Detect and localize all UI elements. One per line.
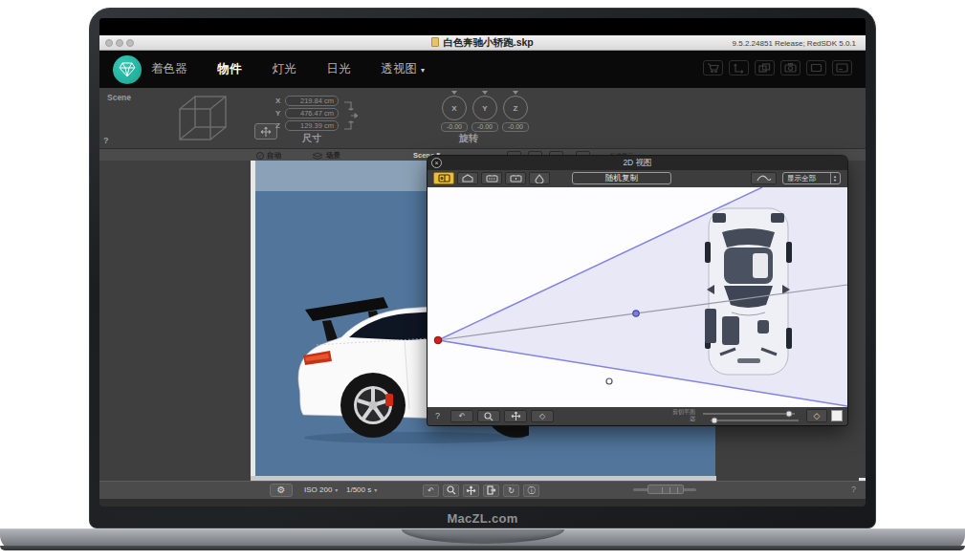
- focal-point-handle[interactable]: [633, 311, 639, 316]
- frame-icon[interactable]: [806, 60, 826, 75]
- tab-shaders[interactable]: 着色器: [151, 61, 187, 77]
- pan-icon: [511, 411, 521, 421]
- rotation-y-dial[interactable]: Y: [472, 96, 497, 120]
- pan-button[interactable]: [463, 485, 479, 497]
- axis-x-label: X: [275, 97, 285, 105]
- elevation-view-icon[interactable]: [457, 172, 478, 184]
- bounding-box-cube-icon: [172, 92, 235, 145]
- camera-point-handle[interactable]: [434, 336, 442, 344]
- rotation-y-value[interactable]: -0.00: [472, 122, 498, 132]
- slider-knob[interactable]: [712, 418, 717, 423]
- document-title: 白色奔驰小轿跑.skp: [443, 36, 534, 48]
- size-y-row: Y 476.47 cm: [275, 108, 339, 118]
- refresh-button[interactable]: ↻: [503, 485, 519, 497]
- display-filter-dropdown[interactable]: 显示全部 ▲ ▼: [782, 172, 841, 184]
- caret-down-icon: ▾: [421, 66, 425, 75]
- laptop-base-edge: [0, 546, 965, 550]
- 2d-window-bottombar: ? ↶ ◇ 剪切平面 远 ◇: [428, 407, 847, 425]
- undo-icon: ↶: [459, 412, 466, 420]
- undo-view-button[interactable]: ↶: [450, 410, 473, 422]
- tab-perspectives-label: 透视图: [382, 62, 418, 75]
- iso-dropdown[interactable]: ISO 200▾: [304, 485, 338, 494]
- tab-perspectives[interactable]: 透视图▾: [382, 61, 426, 77]
- top-toolbar: [703, 60, 852, 75]
- rotate-view-button[interactable]: ◇: [531, 410, 554, 422]
- 2d-view-tools: [433, 172, 550, 184]
- layers-icon: [312, 152, 323, 160]
- size-x-row: X 219.84 cm: [275, 96, 339, 106]
- camera-cone-diagram: [428, 187, 847, 407]
- fit-view-button[interactable]: ◇: [806, 409, 827, 422]
- exit-button[interactable]: [483, 485, 499, 497]
- select-tool-icon[interactable]: [433, 172, 454, 184]
- caret-down-icon: ▾: [335, 487, 338, 493]
- tab-lights[interactable]: 灯光: [273, 61, 296, 77]
- dial-x-marker: [451, 91, 457, 95]
- pan-view-button[interactable]: [504, 410, 527, 422]
- watermark: MacZL.com: [89, 511, 876, 526]
- perspective-view-icon[interactable]: [529, 172, 550, 184]
- target-point[interactable]: [606, 378, 612, 384]
- curve-icon: [757, 174, 772, 183]
- clip-plane-sliders[interactable]: [699, 409, 823, 424]
- zoom-view-button[interactable]: [477, 410, 500, 422]
- help-link[interactable]: ?: [103, 136, 109, 145]
- laptop-screen: 白色奔驰小轿跑.skp 9.5.2.24851 Release; RedSDK …: [99, 18, 866, 506]
- display-filter-value: 显示全部: [787, 174, 816, 183]
- side-view-icon[interactable]: [505, 172, 526, 184]
- gear-icon: ⚙: [277, 485, 286, 495]
- size-x-field[interactable]: 219.84 cm: [285, 96, 339, 106]
- background-swatch[interactable]: [831, 410, 843, 421]
- placement-tool-button[interactable]: [254, 123, 277, 140]
- rotation-x-dial[interactable]: X: [442, 96, 467, 120]
- app-logo[interactable]: [113, 55, 142, 84]
- auto-checkbox-group[interactable]: ✓ 自动: [256, 151, 281, 161]
- help-link[interactable]: ?: [435, 411, 440, 420]
- pan-icon: [466, 485, 476, 496]
- slider-knob[interactable]: [786, 411, 792, 417]
- stepper-down-icon: ▼: [833, 179, 837, 183]
- path-curve-button[interactable]: [751, 172, 777, 184]
- rotation-z-value[interactable]: -0.00: [502, 122, 529, 132]
- info-button[interactable]: ⓘ: [523, 485, 539, 497]
- camera-icon[interactable]: [780, 60, 801, 75]
- tab-heliodon[interactable]: 日光: [327, 61, 351, 77]
- plan-view-icon[interactable]: [481, 172, 502, 184]
- random-copy-button[interactable]: 随机复制: [572, 172, 671, 184]
- help-link[interactable]: ?: [851, 485, 856, 494]
- timeline-slider-handle[interactable]: [647, 485, 684, 494]
- dial-y-marker: [482, 91, 488, 95]
- rotation-x-value[interactable]: -0.00: [441, 122, 468, 132]
- undo-icon: ↶: [428, 486, 434, 495]
- scene-layers-group[interactable]: 场景: [312, 151, 340, 161]
- presentation-icon[interactable]: [832, 60, 852, 75]
- close-icon[interactable]: ×: [431, 158, 442, 168]
- 2d-window-titlebar[interactable]: × 2D 视图: [428, 156, 847, 170]
- undo-button[interactable]: ↶: [423, 485, 439, 497]
- proportional-link-icon[interactable]: [342, 97, 358, 134]
- checkbox-checked-icon: ✓: [256, 152, 264, 160]
- settings-button[interactable]: ⚙: [270, 484, 293, 497]
- axes-icon[interactable]: [729, 60, 749, 75]
- car-top-view: [705, 208, 792, 375]
- stepper-icon[interactable]: ▲ ▼: [830, 173, 839, 183]
- rotation-z-dial[interactable]: Z: [503, 96, 528, 120]
- zoom-button[interactable]: [443, 485, 459, 497]
- 2d-plan-canvas[interactable]: [428, 187, 847, 407]
- cart-icon[interactable]: [703, 60, 723, 75]
- magnifier-icon: [484, 412, 493, 421]
- refresh-icon: ↻: [508, 486, 515, 495]
- axis-y-label: Y: [275, 109, 285, 118]
- window-titlebar: 白色奔驰小轿跑.skp 9.5.2.24851 Release; RedSDK …: [99, 35, 866, 51]
- clip-far-label: 远: [653, 416, 695, 422]
- size-y-field[interactable]: 476.47 cm: [285, 108, 339, 118]
- duplicate-icon[interactable]: [755, 60, 775, 75]
- size-z-field[interactable]: 129.39 cm: [285, 120, 339, 131]
- version-info: 9.5.2.24851 Release; RedSDK 5.0.1: [733, 37, 856, 50]
- diamond-arrows-icon: ◇: [814, 411, 821, 420]
- tab-objects[interactable]: 物件: [218, 61, 242, 77]
- shutter-dropdown[interactable]: 1/500 s▾: [346, 485, 377, 494]
- iso-value: ISO 200: [304, 485, 332, 494]
- clip-plane-label: 剪切平面: [653, 409, 695, 416]
- document-icon: [431, 37, 439, 47]
